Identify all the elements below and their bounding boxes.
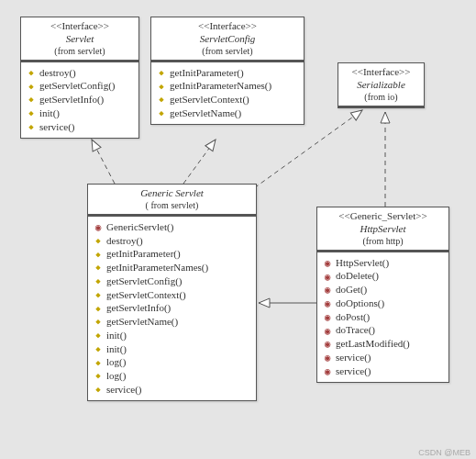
member-label: init(): [106, 330, 127, 342]
constructor-icon: ◉: [323, 312, 332, 322]
member-label: log(): [106, 356, 126, 369]
method-icon: ◆: [27, 82, 36, 92]
member-label: getServletConfig(): [39, 80, 115, 93]
member-label: doOptions(): [336, 297, 384, 310]
member-label: doTrace(): [336, 324, 375, 337]
member-row: ◆getServletContext(): [157, 94, 300, 107]
member-label: getServletName(): [170, 107, 241, 120]
constructor-icon: ◉: [323, 326, 332, 336]
method-icon: ◆: [27, 68, 36, 78]
member-label: log(): [106, 370, 126, 383]
stereotype-label: <<Interface>>: [27, 20, 133, 33]
package-label: (from http): [323, 236, 443, 248]
member-row: ◆init(): [94, 329, 252, 342]
method-icon: ◆: [94, 263, 103, 273]
member-label: HttpServlet(): [336, 257, 389, 270]
member-row: ◆destroy(): [94, 234, 252, 248]
member-row: ◉doGet(): [323, 284, 445, 297]
class-servlet: <<Interface>> Servlet (from servlet) ◆de…: [20, 17, 139, 139]
member-label: service(): [106, 384, 141, 397]
stereotype-label: <<Interface>>: [344, 66, 418, 79]
method-icon: ◆: [27, 95, 36, 105]
svg-line-1: [183, 140, 216, 184]
member-row: ◆init(): [27, 106, 135, 120]
member-label: getServletInfo(): [39, 94, 104, 106]
member-label: getServletContext(): [170, 94, 249, 106]
class-name: Generic Servlet: [94, 187, 250, 200]
member-label: getInitParameterNames(): [170, 80, 271, 93]
constructor-icon: ◉: [323, 272, 332, 282]
member-label: getServletContext(): [106, 289, 186, 302]
constructor-icon: ◉: [323, 298, 332, 308]
members-compartment: ◆destroy()◆getServletConfig()◆getServlet…: [21, 62, 138, 138]
member-row: ◆getServletInfo(): [94, 302, 252, 316]
member-label: getServletConfig(): [106, 275, 182, 288]
member-label: service(): [336, 352, 371, 364]
member-row: ◉doOptions(): [323, 297, 445, 310]
member-row: ◆getInitParameterNames(): [94, 262, 252, 275]
member-label: getServletName(): [106, 316, 178, 329]
uml-canvas: <<Interface>> Servlet (from servlet) ◆de…: [0, 0, 476, 459]
member-row: ◆init(): [94, 342, 252, 356]
method-icon: ◆: [94, 371, 103, 381]
member-row: ◆destroy(): [27, 66, 135, 80]
class-name: HttpServlet: [323, 223, 443, 236]
member-row: ◉GenericServlet(): [94, 220, 252, 234]
package-label: (from servlet): [157, 46, 298, 58]
member-row: ◉getLastModified(): [323, 338, 445, 352]
member-row: ◉doPost(): [323, 310, 445, 324]
svg-line-0: [92, 140, 115, 184]
method-icon: ◆: [157, 95, 166, 105]
class-name: Serializable: [344, 79, 418, 92]
stereotype-label: <<Interface>>: [157, 20, 298, 33]
method-icon: ◆: [94, 385, 103, 395]
class-header: <<Interface>> Servlet (from servlet): [21, 17, 138, 61]
member-label: getServletInfo(): [106, 302, 171, 315]
member-row: ◉service(): [323, 364, 445, 378]
method-icon: ◆: [157, 68, 166, 78]
member-row: ◉HttpServlet(): [323, 256, 445, 270]
member-row: ◆getInitParameterNames(): [157, 80, 300, 94]
method-icon: ◆: [94, 344, 103, 354]
member-label: getInitParameterNames(): [106, 262, 208, 274]
class-header: <<Interface>> Serializable (from io): [338, 63, 424, 106]
constructor-icon: ◉: [323, 339, 332, 349]
member-row: ◆log(): [94, 356, 252, 370]
class-header: <<Interface>> ServletConfig (from servle…: [151, 17, 304, 61]
package-label: ( from servlet): [94, 200, 250, 212]
constructor-icon: ◉: [94, 222, 103, 232]
class-httpservlet: <<Generic_Servlet>> HttpServlet (from ht…: [316, 207, 449, 383]
member-row: ◉doTrace(): [323, 324, 445, 338]
class-name: ServletConfig: [157, 33, 298, 46]
package-label: (from io): [344, 92, 418, 104]
member-label: init(): [106, 343, 127, 356]
constructor-icon: ◉: [323, 258, 332, 268]
member-label: service(): [336, 365, 371, 378]
member-row: ◆getServletName(): [157, 106, 300, 120]
member-label: service(): [39, 121, 74, 134]
members-compartment: ◉GenericServlet()◆destroy()◆getInitParam…: [88, 217, 256, 400]
constructor-icon: ◉: [323, 366, 332, 376]
member-label: getInitParameter(): [106, 248, 181, 261]
member-label: init(): [39, 107, 60, 120]
method-icon: ◆: [94, 250, 103, 260]
member-label: doPost(): [336, 311, 370, 324]
class-serializable: <<Interface>> Serializable (from io): [338, 62, 425, 108]
member-label: doGet(): [336, 284, 367, 297]
method-icon: ◆: [157, 82, 166, 92]
package-label: (from servlet): [27, 46, 133, 58]
member-row: ◉doDelete(): [323, 270, 445, 284]
member-row: ◆getInitParameter(): [157, 66, 300, 80]
member-label: getLastModified(): [336, 338, 410, 351]
member-row: ◆service(): [94, 383, 252, 397]
class-name: Servlet: [27, 33, 133, 46]
member-row: ◆getServletInfo(): [27, 94, 135, 107]
method-icon: ◆: [94, 317, 103, 327]
member-row: ◆getServletConfig(): [94, 274, 252, 288]
member-row: ◆getServletContext(): [94, 288, 252, 302]
class-header: <<Generic_Servlet>> HttpServlet (from ht…: [317, 207, 448, 251]
method-icon: ◆: [94, 358, 103, 368]
constructor-icon: ◉: [323, 285, 332, 295]
method-icon: ◆: [27, 122, 36, 132]
member-row: ◆getServletConfig(): [27, 80, 135, 94]
